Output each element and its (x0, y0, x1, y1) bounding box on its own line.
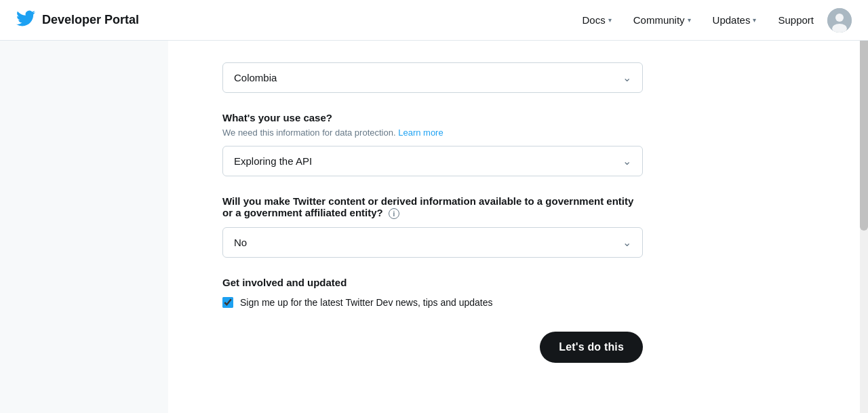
info-icon[interactable]: i (389, 208, 399, 219)
nav-support[interactable]: Support (770, 9, 822, 31)
government-dropdown[interactable]: No ⌄ (222, 227, 643, 258)
logo-text: Developer Portal (42, 13, 139, 27)
scrollbar-track (860, 0, 868, 413)
nav-updates-label: Updates (713, 14, 751, 26)
header-nav: Docs ▾ Community ▾ Updates ▾ Support (574, 8, 852, 33)
country-dropdown[interactable]: Colombia ⌄ (222, 62, 643, 93)
twitter-bird-icon (16, 9, 35, 32)
newsletter-group: Get involved and updated Sign me up for … (222, 277, 643, 310)
main-wrapper: Colombia ⌄ What's your use case? We need… (0, 41, 868, 413)
newsletter-checkbox[interactable] (222, 297, 233, 308)
updates-chevron-icon: ▾ (753, 16, 756, 24)
newsletter-label: Get involved and updated (222, 277, 643, 288)
government-group: Will you make Twitter content or derived… (222, 195, 643, 258)
country-chevron-icon: ⌄ (623, 71, 631, 84)
use-case-group: What's your use case? We need this infor… (222, 112, 643, 176)
submit-button[interactable]: Let's do this (540, 332, 643, 363)
nav-docs-label: Docs (583, 14, 606, 26)
use-case-chevron-icon: ⌄ (623, 155, 631, 168)
nav-community-label: Community (633, 14, 685, 26)
nav-updates[interactable]: Updates ▾ (705, 9, 765, 31)
country-section: Colombia ⌄ (222, 62, 643, 93)
newsletter-checkbox-label: Sign me up for the latest Twitter Dev ne… (240, 296, 493, 310)
government-label-text: Will you make Twitter content or derived… (222, 195, 633, 218)
sidebar-left (0, 41, 168, 413)
submit-row: Let's do this (222, 332, 643, 363)
svg-point-1 (835, 14, 844, 22)
nav-docs[interactable]: Docs ▾ (574, 9, 620, 31)
docs-chevron-icon: ▾ (608, 16, 612, 24)
government-value: No (234, 237, 247, 248)
user-avatar[interactable] (827, 8, 852, 33)
government-chevron-icon: ⌄ (623, 236, 631, 249)
use-case-sublabel: We need this information for data protec… (222, 127, 643, 138)
community-chevron-icon: ▾ (688, 16, 691, 24)
content-area: Colombia ⌄ What's your use case? We need… (168, 41, 860, 413)
use-case-label: What's your use case? (222, 112, 643, 123)
use-case-dropdown[interactable]: Exploring the API ⌄ (222, 146, 643, 176)
newsletter-checkbox-row: Sign me up for the latest Twitter Dev ne… (222, 296, 643, 310)
learn-more-link[interactable]: Learn more (398, 127, 443, 138)
header: Developer Portal Docs ▾ Community ▾ Upda… (0, 0, 868, 41)
nav-community[interactable]: Community ▾ (625, 9, 699, 31)
nav-support-label: Support (778, 14, 814, 26)
government-label: Will you make Twitter content or derived… (222, 195, 643, 219)
form-section: Colombia ⌄ What's your use case? We need… (222, 62, 643, 363)
country-value: Colombia (234, 72, 277, 83)
logo-link[interactable]: Developer Portal (16, 9, 139, 32)
use-case-value: Exploring the API (234, 155, 312, 167)
use-case-sublabel-text: We need this information for data protec… (222, 127, 396, 138)
